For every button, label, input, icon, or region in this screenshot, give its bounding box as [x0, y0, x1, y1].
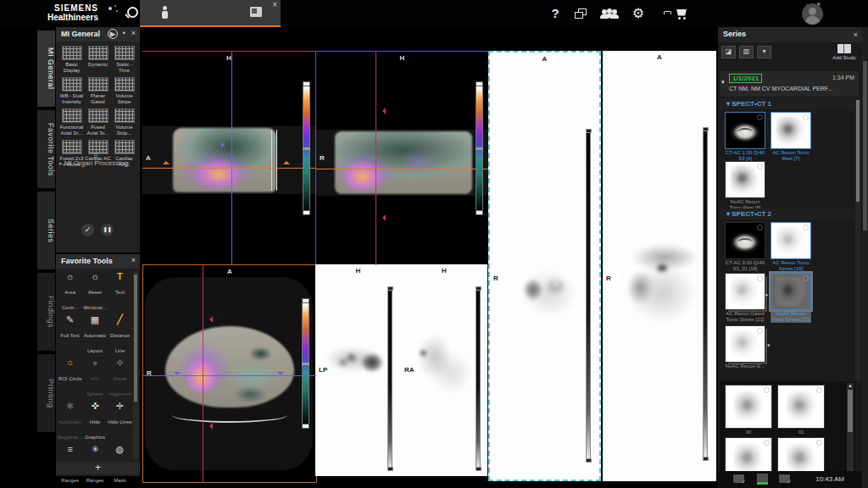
sidebar-tab-printing[interactable]: Printing: [37, 354, 55, 432]
frame-badge: [764, 387, 770, 393]
patient-workflow-tab[interactable]: ×: [140, 0, 281, 27]
list-layout-icon[interactable]: ▥: [739, 46, 754, 58]
gray-colormap-bar[interactable]: [703, 129, 708, 459]
layout-dynamic[interactable]: Dynamic: [85, 46, 111, 74]
panel-close-icon[interactable]: ×: [854, 30, 858, 39]
printer-status-icon[interactable]: [733, 474, 744, 483]
frame-thumbnail[interactable]: 01: [777, 385, 825, 435]
scroll-up-icon[interactable]: ▲: [847, 383, 854, 388]
layout-fused-axial[interactable]: Fused Axial 3x...: [85, 108, 111, 136]
favorite-tools-scrollbar[interactable]: [133, 271, 138, 459]
viewport-axial-fused[interactable]: A R: [142, 264, 317, 483]
viewport-coronal-fused[interactable]: H R: [315, 51, 489, 266]
viewport-planar-ra[interactable]: H RA: [401, 264, 487, 476]
viewport-planar-lp[interactable]: H LP: [315, 264, 402, 476]
dropdown-arrow-icon[interactable]: ▾: [757, 46, 771, 58]
section-spect-ct-1[interactable]: ▾ SPECT•CT 1: [720, 98, 859, 109]
layout-volume-stripe[interactable]: Volume Stripe: [111, 77, 137, 105]
crosshair-vertical[interactable]: [376, 52, 376, 265]
user-avatar[interactable]: [802, 3, 823, 25]
layout-wb-dual-intensity[interactable]: WB - Dual Intensity: [58, 77, 85, 105]
add-favorite-tool-button[interactable]: +: [56, 462, 140, 474]
application-scrollbar[interactable]: [862, 27, 868, 488]
transfer-status-icon[interactable]: [779, 474, 790, 483]
mi-organ-processing-expander[interactable]: ▸ MI Organ Processing: [59, 159, 128, 167]
panel-close-icon[interactable]: ×: [131, 256, 136, 264]
section-spect-ct-2[interactable]: ▾ SPECT•CT 2: [720, 208, 859, 219]
sidebar-tab-series[interactable]: Series: [37, 191, 55, 269]
colormap-mid-handle[interactable]: [302, 363, 309, 365]
panel-close-icon[interactable]: ×: [131, 29, 136, 37]
hot-colormap-bar[interactable]: [303, 84, 310, 213]
series-thumbnail-noac-recon-rest[interactable]: NoAC Recon Tomo Rest [8]: [725, 161, 765, 211]
tool-full-text[interactable]: ✎Full Text: [58, 314, 82, 356]
tool-text[interactable]: TText: [108, 271, 132, 313]
patient-search-icon[interactable]: [124, 7, 137, 20]
layout-functional-axial[interactable]: Functional Axial 3x...: [58, 108, 85, 136]
series-thumbnail-noac-recon-stress[interactable]: NoAC Recon Tomo Stress [20]: [771, 273, 811, 323]
tool-automatic-layout[interactable]: ▦Automatic Layout: [82, 314, 107, 356]
tool-voi-sphere[interactable]: ●VOI Sphere: [82, 358, 107, 399]
tool-automatic-registration[interactable]: ✱Automatic Registrat...: [58, 401, 82, 442]
gray-colormap-bar[interactable]: [476, 288, 481, 469]
hot-colormap-bar[interactable]: [302, 301, 309, 426]
crosshair-horizontal[interactable]: [316, 169, 488, 169]
hot-colormap-bar[interactable]: [476, 84, 483, 213]
study-header[interactable]: ▾ 1/1/2021 1:34 PM CT NM, NM CV MYOCARDI…: [720, 71, 859, 97]
layout-planar-gated[interactable]: Planar Gated: [85, 77, 111, 105]
pause-button[interactable]: ❚❚: [101, 224, 114, 236]
tool-distance-line[interactable]: ╱Distance Line: [108, 314, 132, 356]
tab-close-icon[interactable]: ×: [272, 1, 277, 9]
series-thumbnail-ac-recon-rest[interactable]: AC Recon Tomo Rest [7]: [771, 112, 811, 162]
series-thumbnail-ac-recon-stress[interactable]: AC Recon Tomo Stress [19]: [771, 222, 811, 272]
colormap-mid-handle[interactable]: [476, 147, 483, 150]
thumbnail-image: [725, 273, 765, 310]
more-layouts-icon[interactable]: ⠿: [93, 152, 102, 159]
viewport-tomo-selected[interactable]: A R: [488, 51, 601, 481]
tab-label: Findings: [47, 296, 55, 328]
compare-icon[interactable]: ◪: [721, 46, 736, 58]
gray-colormap-bar[interactable]: [586, 130, 591, 461]
series-thumbnail-ac-gated-stress[interactable]: AC Recon Gated Tomo Stress [21]: [725, 273, 765, 323]
run-protocol-icon[interactable]: ▶: [108, 29, 118, 39]
gated-expand-arrow-icon[interactable]: ▸: [765, 291, 769, 298]
panel-options-icon[interactable]: •: [123, 29, 125, 37]
crosshair-vertical[interactable]: [203, 265, 203, 482]
tool-hide-graphics[interactable]: ✜Hide Graphics: [82, 401, 107, 442]
tool-hide-lines[interactable]: ✛Hide Lines: [108, 401, 132, 442]
layout-static-time[interactable]: Static - Time: [111, 46, 137, 74]
settings-gear-icon[interactable]: ⚙: [632, 6, 644, 21]
series-thumbnail-ct-ac-stress[interactable]: CT-AC 3.00 Qr40 S3_01 [18]: [725, 222, 765, 272]
help-icon[interactable]: ?: [551, 6, 559, 21]
series-thumbnail-ct-ac-rest[interactable]: CT-AC 1.00 Qr40 S3 [4]: [725, 112, 765, 162]
crosshair-horizontal[interactable]: [142, 168, 315, 169]
sidebar-tab-favorite-tools[interactable]: Favorite Tools: [37, 110, 55, 188]
viewport-tomo-right[interactable]: A R: [603, 51, 716, 481]
layout-windows-icon[interactable]: [575, 8, 587, 19]
colormap-mid-handle[interactable]: [303, 147, 310, 150]
confirm-check-button[interactable]: ✓: [81, 224, 94, 236]
add-study-button[interactable]: Add Study: [832, 44, 857, 60]
frame-thumbnail[interactable]: 00: [725, 385, 772, 435]
system-status-icon[interactable]: [757, 474, 768, 485]
series-thumbnail-noac-gated[interactable]: NoAC Recon G...: [725, 325, 765, 369]
viewport-sagittal-fused[interactable]: H A: [142, 51, 315, 266]
sidebar-tab-mi-general[interactable]: MI General: [37, 30, 55, 107]
gated-expand-arrow-icon[interactable]: ▾: [767, 342, 771, 349]
tool-visual-alignment[interactable]: ❖Visual Alignment: [108, 358, 132, 399]
sidebar-tab-findings[interactable]: Findings: [37, 273, 55, 351]
crosshair-horizontal[interactable]: [143, 375, 316, 376]
layout-basic-display[interactable]: Basic Display: [58, 46, 85, 74]
favorite-tools-header: Favorite Tools ×: [56, 254, 140, 269]
tool-reset-windowing[interactable]: ☼Reset Windowi...: [82, 271, 107, 313]
tool-area-contrast[interactable]: ☼Area Contr...: [58, 271, 82, 313]
shopping-cart-icon[interactable]: [675, 8, 688, 19]
series-list-scrollbar[interactable]: [855, 100, 860, 380]
collaboration-users-icon[interactable]: [602, 8, 617, 19]
crosshair-vertical[interactable]: [231, 52, 232, 265]
study-expander-icon[interactable]: ▾: [721, 79, 725, 86]
gray-colormap-bar[interactable]: [387, 288, 392, 469]
frame-label: 01: [777, 430, 825, 435]
tool-roi-circle[interactable]: ○ROI Circle: [58, 358, 82, 399]
layout-volume-strip[interactable]: Volume Strip...: [111, 108, 137, 136]
